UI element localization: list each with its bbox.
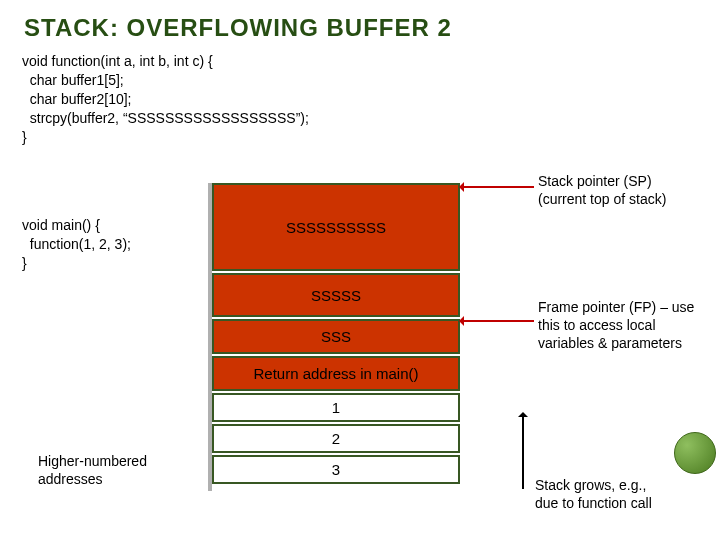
- stack-cell-arg2: 2: [212, 424, 460, 453]
- code-block-1: void function(int a, int b, int c) { cha…: [22, 52, 309, 146]
- stack-cell-sfp: SSS: [212, 319, 460, 354]
- stack-diagram: SSSSSSSSSS SSSSS SSS Return address in m…: [212, 183, 460, 484]
- label-frame-pointer: Frame pointer (FP) – use this to access …: [538, 298, 708, 353]
- stack-cell-buffer2: SSSSSSSSSS: [212, 183, 460, 271]
- stack-cell-buffer1: SSSSS: [212, 273, 460, 317]
- label-higher-addresses: Higher-numbered addresses: [38, 452, 147, 488]
- slide-title: STACK: OVERFLOWING BUFFER 2: [0, 0, 720, 42]
- stack-cell-arg3: 3: [212, 455, 460, 484]
- arrow-grow: [522, 415, 524, 489]
- stack-cell-arg1: 1: [212, 393, 460, 422]
- decorative-sphere: [674, 432, 716, 474]
- label-stack-grows: Stack grows, e.g., due to function call: [535, 476, 652, 512]
- arrow-fp: [462, 320, 534, 322]
- arrow-sp: [462, 186, 534, 188]
- code-block-2: void main() { function(1, 2, 3); }: [22, 216, 131, 273]
- stack-cell-ret: Return address in main(): [212, 356, 460, 391]
- label-stack-pointer: Stack pointer (SP) (current top of stack…: [538, 172, 666, 208]
